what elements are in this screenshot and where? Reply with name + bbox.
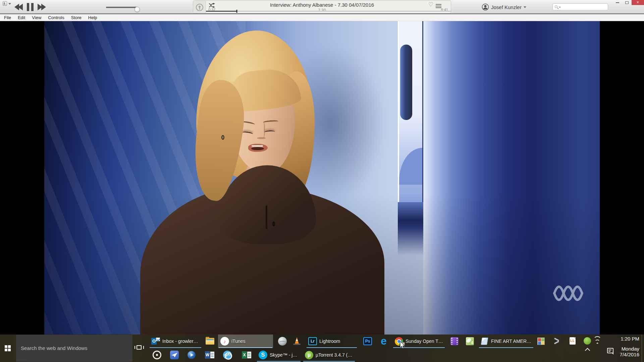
file-explorer-icon xyxy=(206,338,214,345)
taskbar-button-explorer[interactable] xyxy=(203,335,217,348)
abc-logo xyxy=(553,282,584,304)
task-view-icon xyxy=(137,345,142,350)
itunes-window: 0:37 Interview: Anthony Albanese - 7.30 … xyxy=(0,0,644,362)
volume-track xyxy=(106,7,138,8)
taskbar-button-media-sphere[interactable] xyxy=(185,348,199,362)
utorrent-tray-icon[interactable] xyxy=(584,337,591,345)
rewind-button[interactable] xyxy=(15,4,23,10)
menu-bar: FileEditViewControlsStoreHelp xyxy=(0,14,644,21)
taskbar-label: Inbox - growlernois... xyxy=(162,339,200,344)
up-next-icon[interactable] xyxy=(436,4,441,8)
forward-button[interactable] xyxy=(38,4,45,10)
menu-view[interactable]: View xyxy=(29,14,45,20)
library-search-box[interactable] xyxy=(552,3,608,10)
airplane-app-icon xyxy=(170,351,179,359)
taskbar-button-edge[interactable]: e xyxy=(376,335,391,348)
set-panel-graphic xyxy=(400,45,412,120)
green-app-icon: 4 xyxy=(466,337,474,345)
window-controls: × xyxy=(613,0,644,5)
taskbar-button-video-converter[interactable] xyxy=(448,335,462,348)
studio-set-panel xyxy=(398,21,423,202)
notepad-icon xyxy=(481,337,489,345)
taskbar-button-excel[interactable]: X xyxy=(239,348,254,362)
running-indicator xyxy=(150,347,201,348)
search-options-chevron-icon xyxy=(559,7,561,8)
clock-day: Monday xyxy=(609,346,639,352)
minimize-button[interactable] xyxy=(613,0,622,5)
taskbar-search-placeholder: Search the web and Windows xyxy=(21,335,87,362)
set-panel-curve xyxy=(399,148,422,185)
photoshop-icon: Ps xyxy=(363,337,372,345)
playhead[interactable] xyxy=(236,10,237,13)
artwork-thumbnail xyxy=(193,1,206,13)
media-picker-button[interactable] xyxy=(3,1,11,7)
favorite-heart-icon[interactable]: ♡ xyxy=(428,1,433,8)
volume-fill xyxy=(106,7,137,8)
clock-time: 1:20 PM xyxy=(609,336,639,342)
taskbar-clock[interactable]: 1:20 PM Monday 7/4/2016 xyxy=(609,336,639,357)
volume-knob[interactable] xyxy=(135,7,140,12)
tray-expand-chevron-icon[interactable] xyxy=(585,348,590,353)
media-sphere-icon xyxy=(187,351,196,359)
taskbar-button-lightroom[interactable]: Lr Lightroom xyxy=(306,335,358,348)
library-search-input[interactable] xyxy=(561,4,606,10)
taskbar-button-outlook[interactable]: O Inbox - growlernois... xyxy=(149,335,202,348)
taskbar-button-itunes[interactable]: ♪ iTunes xyxy=(218,335,273,348)
menu-controls[interactable]: Controls xyxy=(45,14,67,20)
account-avatar-icon xyxy=(482,3,489,11)
menu-store[interactable]: Store xyxy=(68,14,85,20)
word-icon: W xyxy=(205,351,214,359)
taskbar-button-green-app[interactable]: 4 xyxy=(464,335,477,348)
wifi-icon[interactable] xyxy=(593,338,602,344)
clock-date: 7/4/2016 xyxy=(609,352,639,357)
taskbar-button-photoshop[interactable]: Ps xyxy=(361,335,374,348)
outlook-icon: O xyxy=(151,338,160,345)
video-frame xyxy=(44,21,600,335)
task-view-button[interactable] xyxy=(133,344,145,352)
chevron-down-icon xyxy=(524,6,526,8)
show-desktop-button[interactable] xyxy=(642,335,642,362)
itunes-icon: ♪ xyxy=(220,337,229,346)
jacket-zip-pull xyxy=(272,222,275,226)
pause-button[interactable] xyxy=(27,3,34,11)
taskbar-button-ship-wheel-app[interactable] xyxy=(221,348,235,362)
progress-bar[interactable] xyxy=(206,11,451,12)
presenter-earring xyxy=(221,135,224,140)
account-name: Josef Kunzler xyxy=(491,4,522,10)
excel-icon: X xyxy=(242,351,251,359)
taskbar-button-skype[interactable]: S Skype™ - josefakun... xyxy=(256,348,301,362)
taskbar-button-fine-art-america[interactable]: FINE ART AMERICA... xyxy=(478,335,534,348)
taskbar-label: FINE ART AMERICA... xyxy=(491,339,532,344)
taskbar-search-input[interactable]: Search the web and Windows xyxy=(16,335,132,362)
running-indicator xyxy=(257,361,301,362)
running-indicator xyxy=(219,347,272,348)
menu-edit[interactable]: Edit xyxy=(14,14,29,20)
taskbar-button-sync[interactable] xyxy=(150,348,164,362)
taskbar-button-word[interactable]: W xyxy=(203,348,217,362)
running-indicator xyxy=(307,347,357,348)
film-app-icon xyxy=(450,337,459,345)
volume-slider[interactable] xyxy=(106,5,144,10)
taskbar-label: Sunday Open Thre... xyxy=(406,339,443,344)
scanner-tray-icon[interactable] xyxy=(553,338,561,345)
start-button[interactable] xyxy=(3,343,13,353)
running-indicator xyxy=(303,361,355,362)
skype-icon: S xyxy=(259,351,267,359)
taskbar-button-airplane-app[interactable] xyxy=(168,348,181,362)
utorrent-icon: µ xyxy=(305,351,313,359)
taskbar-button-google-earth[interactable] xyxy=(276,335,289,348)
taskbar-button-utorrent[interactable]: µ µTorrent 3.4.7 (buil... xyxy=(303,348,356,362)
doc-ll-tray-icon[interactable]: LL xyxy=(570,337,576,345)
mouse-cursor xyxy=(400,341,406,350)
taskbar-button-vlc[interactable] xyxy=(290,335,304,348)
account-menu[interactable]: Josef Kunzler xyxy=(482,3,526,11)
menu-help[interactable]: Help xyxy=(85,14,101,20)
maximize-button[interactable] xyxy=(622,0,632,5)
progress-fill xyxy=(206,11,237,12)
close-button[interactable]: × xyxy=(632,0,644,5)
menu-file[interactable]: File xyxy=(1,14,14,20)
photo-viewer-tray-icon[interactable] xyxy=(537,338,545,345)
media-picker-icon xyxy=(3,1,7,6)
taskbar-label: Skype™ - josefakun... xyxy=(270,352,299,358)
taskbar-label: iTunes xyxy=(231,339,246,344)
